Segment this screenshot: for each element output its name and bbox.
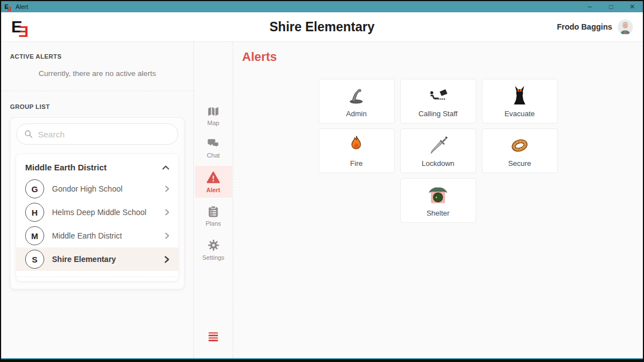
sidebar: ACTIVE ALERTS Currently, there are no ac… — [1, 42, 194, 358]
nav-item-plans[interactable]: Plans — [195, 201, 232, 231]
alert-tile-evacuate[interactable]: Evacuate — [482, 79, 558, 123]
maximize-button[interactable]: □ — [600, 1, 622, 12]
hobbit-hole-icon — [428, 184, 448, 206]
district-card: Middle Earth District G Gondor High Scho… — [16, 154, 178, 281]
school-initial-badge: S — [25, 250, 44, 269]
group-search[interactable] — [16, 123, 178, 145]
sidebar-divider — [1, 90, 193, 91]
window-bottom-frame — [1, 359, 643, 362]
os-titlebar: EƎ Alert – □ ✕ — [1, 0, 643, 12]
app-window: EƎ Alert – □ ✕ EƎ Shire Elementary Frodo… — [0, 0, 644, 362]
district-card-footer — [16, 277, 178, 281]
alert-tile-fire[interactable]: Fire — [319, 128, 395, 173]
list-item-middle-earth-district[interactable]: M Middle Earth District — [16, 224, 178, 247]
alert-tiles-grid: Admin Calling Staff — [319, 79, 558, 223]
chevron-right-icon — [165, 185, 169, 192]
close-button[interactable]: ✕ — [622, 1, 643, 12]
alert-tile-calling-staff[interactable]: Calling Staff — [400, 79, 476, 123]
settings-gear-icon — [207, 239, 220, 251]
list-item-helms-deep-middle-school[interactable]: H Helms Deep Middle School — [16, 201, 178, 224]
user-name: Frodo Baggins — [557, 22, 612, 31]
chevron-right-icon — [165, 232, 169, 239]
nav-item-chat[interactable]: Chat — [195, 134, 232, 163]
nav-item-alert[interactable]: Alert — [195, 166, 232, 198]
one-ring-icon — [509, 134, 530, 156]
search-icon — [24, 130, 33, 139]
page-title: Shire Elementary — [1, 20, 643, 35]
chevron-right-icon — [164, 256, 169, 263]
district-group-toggle[interactable]: Middle Earth District — [16, 156, 178, 177]
eye-tower-icon — [510, 84, 529, 107]
active-alerts-heading: ACTIVE ALERTS — [1, 53, 193, 60]
menu-hamburger-icon[interactable] — [209, 332, 218, 341]
plans-clipboard-icon — [208, 206, 219, 217]
group-list-heading: GROUP LIST — [1, 103, 193, 110]
no-active-alerts-message: Currently, there are no active alerts — [7, 69, 188, 78]
school-initial-badge: M — [25, 226, 44, 245]
group-list-card: Middle Earth District G Gondor High Scho… — [10, 117, 184, 289]
list-item-gondor-high-school[interactable]: G Gondor High School — [16, 177, 178, 201]
district-name: Middle Earth District — [25, 163, 107, 172]
app-header: EƎ Shire Elementary Frodo Baggins — [1, 12, 643, 42]
nav-rail: Map Chat Alert — [194, 42, 233, 358]
alert-triangle-icon — [206, 171, 220, 184]
minimize-button[interactable]: – — [579, 1, 600, 12]
chevron-up-icon — [162, 165, 169, 170]
alerts-panel: Alerts Admin — [233, 42, 643, 358]
nav-item-settings[interactable]: Settings — [195, 234, 232, 265]
school-initial-badge: G — [25, 179, 44, 198]
alert-tile-shelter[interactable]: Shelter — [400, 178, 476, 223]
chat-icon — [207, 139, 220, 149]
alert-tile-admin[interactable]: Admin — [319, 79, 395, 123]
alerts-title: Alerts — [242, 50, 634, 64]
e3-logo: EƎ — [11, 18, 29, 35]
alert-tile-lockdown[interactable]: Lockdown — [400, 128, 476, 173]
wizard-hat-icon — [345, 84, 368, 107]
user-menu[interactable]: Frodo Baggins — [557, 20, 633, 35]
list-item-shire-elementary[interactable]: S Shire Elementary — [16, 247, 178, 271]
app-logo-icon: EƎ — [4, 4, 12, 10]
alert-tile-secure[interactable]: Secure — [482, 128, 558, 173]
user-avatar[interactable] — [618, 20, 633, 35]
person-at-desk-icon — [427, 84, 449, 107]
sword-icon — [428, 134, 448, 156]
chevron-right-icon — [165, 209, 169, 216]
window-title: Alert — [16, 3, 29, 10]
nav-item-map[interactable]: Map — [195, 101, 232, 131]
flame-icon — [347, 134, 366, 156]
search-input[interactable] — [38, 130, 171, 139]
school-initial-badge: H — [25, 203, 44, 222]
map-icon — [207, 106, 219, 117]
